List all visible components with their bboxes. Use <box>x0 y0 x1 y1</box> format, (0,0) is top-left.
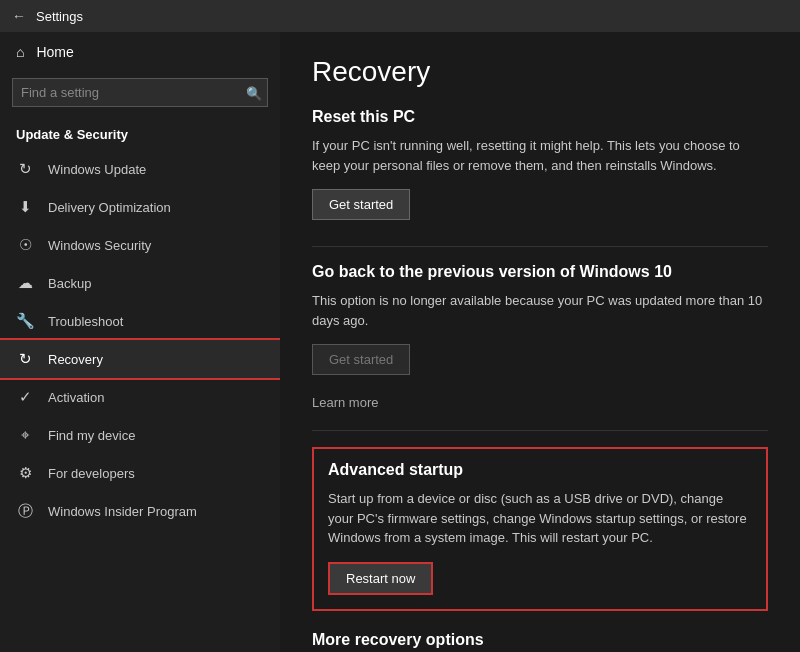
find-device-icon: ⌖ <box>16 426 34 444</box>
main-layout: ⌂ Home 🔍 Update & Security ↻ Windows Upd… <box>0 32 800 652</box>
sidebar-item-label: Windows Insider Program <box>48 504 197 519</box>
more-recovery-title: More recovery options <box>312 631 768 649</box>
sidebar-item-label: Backup <box>48 276 91 291</box>
title-bar-title: Settings <box>36 9 83 24</box>
shield-icon: ☉ <box>16 236 34 254</box>
search-box: 🔍 <box>12 78 268 107</box>
sidebar-item-find-my-device[interactable]: ⌖ Find my device <box>0 416 280 454</box>
advanced-startup-title: Advanced startup <box>328 461 752 479</box>
sidebar-item-label: Windows Security <box>48 238 151 253</box>
restart-btn-wrapper: Restart now <box>328 562 433 595</box>
title-bar: ← Settings <box>0 0 800 32</box>
learn-more-link[interactable]: Learn more <box>312 395 768 410</box>
go-back-get-started-button[interactable]: Get started <box>312 344 410 375</box>
sidebar-item-home[interactable]: ⌂ Home <box>0 32 280 72</box>
reset-title: Reset this PC <box>312 108 768 126</box>
developer-icon: ⚙ <box>16 464 34 482</box>
sidebar-item-recovery[interactable]: ↻ Recovery <box>0 340 280 378</box>
sidebar-item-windows-insider[interactable]: Ⓟ Windows Insider Program <box>0 492 280 531</box>
sidebar-item-label: Activation <box>48 390 104 405</box>
sidebar-home-label: Home <box>36 44 73 60</box>
sidebar-item-label: Recovery <box>48 352 103 367</box>
advanced-startup-section: Advanced startup Start up from a device … <box>312 447 768 611</box>
restart-now-button[interactable]: Restart now <box>330 564 431 593</box>
divider-2 <box>312 430 768 431</box>
sidebar-item-label: Delivery Optimization <box>48 200 171 215</box>
search-icon[interactable]: 🔍 <box>246 85 262 100</box>
backup-icon: ☁ <box>16 274 34 292</box>
advanced-startup-desc: Start up from a device or disc (such as … <box>328 489 752 548</box>
content-area: Recovery Reset this PC If your PC isn't … <box>280 32 800 652</box>
troubleshoot-icon: 🔧 <box>16 312 34 330</box>
search-input[interactable] <box>12 78 268 107</box>
reset-section: Reset this PC If your PC isn't running w… <box>312 108 768 240</box>
go-back-desc: This option is no longer available becau… <box>312 291 768 330</box>
home-icon: ⌂ <box>16 44 24 60</box>
delivery-optimization-icon: ⬇ <box>16 198 34 216</box>
insider-icon: Ⓟ <box>16 502 34 521</box>
sidebar-item-label: Troubleshoot <box>48 314 123 329</box>
reset-desc: If your PC isn't running well, resetting… <box>312 136 768 175</box>
activation-icon: ✓ <box>16 388 34 406</box>
go-back-section: Go back to the previous version of Windo… <box>312 263 768 410</box>
more-recovery-section: More recovery options <box>312 631 768 649</box>
back-button[interactable]: ← <box>12 8 26 24</box>
reset-get-started-button[interactable]: Get started <box>312 189 410 220</box>
sidebar-item-delivery-optimization[interactable]: ⬇ Delivery Optimization <box>0 188 280 226</box>
sidebar-item-troubleshoot[interactable]: 🔧 Troubleshoot <box>0 302 280 340</box>
sidebar-item-label: Windows Update <box>48 162 146 177</box>
sidebar-item-label: For developers <box>48 466 135 481</box>
go-back-title: Go back to the previous version of Windo… <box>312 263 768 281</box>
recovery-icon: ↻ <box>16 350 34 368</box>
sidebar-item-windows-update[interactable]: ↻ Windows Update <box>0 150 280 188</box>
page-title: Recovery <box>312 56 768 88</box>
sidebar-item-for-developers[interactable]: ⚙ For developers <box>0 454 280 492</box>
divider-1 <box>312 246 768 247</box>
sidebar-item-backup[interactable]: ☁ Backup <box>0 264 280 302</box>
windows-update-icon: ↻ <box>16 160 34 178</box>
sidebar: ⌂ Home 🔍 Update & Security ↻ Windows Upd… <box>0 32 280 652</box>
sidebar-item-label: Find my device <box>48 428 135 443</box>
sidebar-section-title: Update & Security <box>0 119 280 150</box>
sidebar-item-windows-security[interactable]: ☉ Windows Security <box>0 226 280 264</box>
sidebar-item-activation[interactable]: ✓ Activation <box>0 378 280 416</box>
